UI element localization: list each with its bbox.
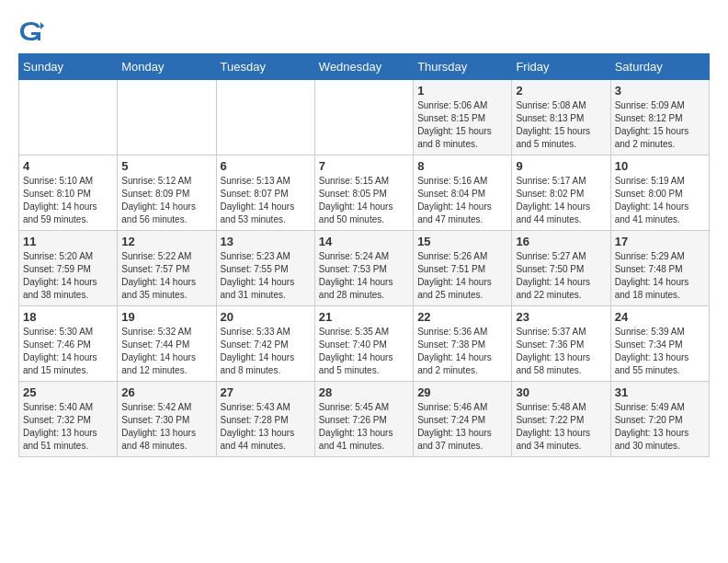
day-number: 26 [121,385,211,399]
calendar-cell: 19Sunrise: 5:32 AM Sunset: 7:44 PM Dayli… [118,306,216,382]
calendar-week-3: 11Sunrise: 5:20 AM Sunset: 7:59 PM Dayli… [19,231,710,306]
day-number: 23 [516,310,606,324]
logo-icon [18,18,44,44]
day-info: Sunrise: 5:45 AM Sunset: 7:26 PM Dayligh… [319,401,409,453]
day-info: Sunrise: 5:20 AM Sunset: 7:59 PM Dayligh… [23,250,113,302]
day-number: 16 [516,235,606,248]
svg-marker-0 [40,22,44,29]
day-info: Sunrise: 5:33 AM Sunset: 7:42 PM Dayligh… [221,326,311,377]
day-number: 6 [221,159,311,173]
calendar-cell: 25Sunrise: 5:40 AM Sunset: 7:32 PM Dayli… [19,382,118,457]
day-info: Sunrise: 5:19 AM Sunset: 8:00 PM Dayligh… [615,175,705,226]
day-number: 31 [615,385,705,399]
day-number: 30 [516,385,606,399]
day-info: Sunrise: 5:40 AM Sunset: 7:32 PM Dayligh… [23,401,113,453]
day-info: Sunrise: 5:10 AM Sunset: 8:10 PM Dayligh… [23,175,113,226]
day-info: Sunrise: 5:36 AM Sunset: 7:38 PM Dayligh… [417,326,507,377]
day-info: Sunrise: 5:12 AM Sunset: 8:09 PM Dayligh… [121,175,211,226]
day-number: 13 [221,235,311,248]
day-header-wednesday: Wednesday [314,54,413,80]
calendar-cell: 20Sunrise: 5:33 AM Sunset: 7:42 PM Dayli… [216,306,314,382]
calendar-cell: 9Sunrise: 5:17 AM Sunset: 8:02 PM Daylig… [512,155,610,231]
day-info: Sunrise: 5:35 AM Sunset: 7:40 PM Dayligh… [319,326,409,377]
calendar-cell: 26Sunrise: 5:42 AM Sunset: 7:30 PM Dayli… [118,382,216,457]
calendar-cell: 30Sunrise: 5:48 AM Sunset: 7:22 PM Dayli… [512,382,610,457]
calendar-cell: 23Sunrise: 5:37 AM Sunset: 7:36 PM Dayli… [512,306,610,382]
day-number: 1 [417,84,507,98]
day-number: 9 [516,159,606,173]
day-number: 4 [23,159,113,173]
calendar-week-2: 4Sunrise: 5:10 AM Sunset: 8:10 PM Daylig… [19,155,710,231]
day-number: 22 [417,310,507,324]
day-number: 25 [23,385,113,399]
calendar-cell: 17Sunrise: 5:29 AM Sunset: 7:48 PM Dayli… [610,231,709,306]
day-header-sunday: Sunday [19,54,118,80]
day-number: 10 [615,159,705,173]
calendar-cell: 10Sunrise: 5:19 AM Sunset: 8:00 PM Dayli… [610,155,709,231]
day-number: 17 [615,235,705,248]
day-info: Sunrise: 5:43 AM Sunset: 7:28 PM Dayligh… [221,401,311,453]
calendar-cell: 24Sunrise: 5:39 AM Sunset: 7:34 PM Dayli… [610,306,709,382]
day-info: Sunrise: 5:06 AM Sunset: 8:15 PM Dayligh… [417,99,507,151]
calendar-cell: 6Sunrise: 5:13 AM Sunset: 8:07 PM Daylig… [216,155,314,231]
calendar-cell: 5Sunrise: 5:12 AM Sunset: 8:09 PM Daylig… [118,155,216,231]
calendar-cell: 21Sunrise: 5:35 AM Sunset: 7:40 PM Dayli… [314,306,413,382]
calendar-cell: 18Sunrise: 5:30 AM Sunset: 7:46 PM Dayli… [19,306,118,382]
calendar-cell: 15Sunrise: 5:26 AM Sunset: 7:51 PM Dayli… [414,231,512,306]
day-number: 18 [23,310,113,324]
day-number: 19 [121,310,211,324]
day-info: Sunrise: 5:22 AM Sunset: 7:57 PM Dayligh… [121,250,211,302]
day-info: Sunrise: 5:29 AM Sunset: 7:48 PM Dayligh… [615,250,705,302]
day-info: Sunrise: 5:42 AM Sunset: 7:30 PM Dayligh… [121,401,211,453]
calendar-cell [19,80,118,155]
day-header-tuesday: Tuesday [216,54,314,80]
day-info: Sunrise: 5:24 AM Sunset: 7:53 PM Dayligh… [319,250,409,302]
day-info: Sunrise: 5:15 AM Sunset: 8:05 PM Dayligh… [319,175,409,226]
day-info: Sunrise: 5:23 AM Sunset: 7:55 PM Dayligh… [221,250,311,302]
calendar-cell [118,80,216,155]
calendar-week-1: 1Sunrise: 5:06 AM Sunset: 8:15 PM Daylig… [19,80,710,155]
day-number: 2 [516,84,606,98]
calendar-cell: 3Sunrise: 5:09 AM Sunset: 8:12 PM Daylig… [610,80,709,155]
day-info: Sunrise: 5:48 AM Sunset: 7:22 PM Dayligh… [516,401,606,453]
day-info: Sunrise: 5:09 AM Sunset: 8:12 PM Dayligh… [615,99,705,151]
day-info: Sunrise: 5:49 AM Sunset: 7:20 PM Dayligh… [615,401,705,453]
day-header-thursday: Thursday [414,54,512,80]
day-info: Sunrise: 5:39 AM Sunset: 7:34 PM Dayligh… [615,326,705,377]
day-info: Sunrise: 5:26 AM Sunset: 7:51 PM Dayligh… [417,250,507,302]
day-info: Sunrise: 5:16 AM Sunset: 8:04 PM Dayligh… [417,175,507,226]
calendar-cell: 16Sunrise: 5:27 AM Sunset: 7:50 PM Dayli… [512,231,610,306]
calendar-cell: 14Sunrise: 5:24 AM Sunset: 7:53 PM Dayli… [314,231,413,306]
day-info: Sunrise: 5:46 AM Sunset: 7:24 PM Dayligh… [417,401,507,453]
day-number: 12 [121,235,211,248]
calendar-cell [314,80,413,155]
day-info: Sunrise: 5:27 AM Sunset: 7:50 PM Dayligh… [516,250,606,302]
day-info: Sunrise: 5:13 AM Sunset: 8:07 PM Dayligh… [221,175,311,226]
day-info: Sunrise: 5:30 AM Sunset: 7:46 PM Dayligh… [23,326,113,377]
calendar-cell: 11Sunrise: 5:20 AM Sunset: 7:59 PM Dayli… [19,231,118,306]
day-info: Sunrise: 5:08 AM Sunset: 8:13 PM Dayligh… [516,99,606,151]
day-number: 20 [221,310,311,324]
calendar-cell: 13Sunrise: 5:23 AM Sunset: 7:55 PM Dayli… [216,231,314,306]
day-header-saturday: Saturday [610,54,709,80]
day-header-monday: Monday [118,54,216,80]
day-header-friday: Friday [512,54,610,80]
calendar-table: SundayMondayTuesdayWednesdayThursdayFrid… [18,53,710,457]
day-number: 24 [615,310,705,324]
day-number: 28 [319,385,409,399]
calendar-cell: 4Sunrise: 5:10 AM Sunset: 8:10 PM Daylig… [19,155,118,231]
day-info: Sunrise: 5:37 AM Sunset: 7:36 PM Dayligh… [516,326,606,377]
day-number: 11 [23,235,113,248]
day-number: 27 [221,385,311,399]
calendar-cell: 22Sunrise: 5:36 AM Sunset: 7:38 PM Dayli… [414,306,512,382]
page-header [18,18,710,44]
day-info: Sunrise: 5:17 AM Sunset: 8:02 PM Dayligh… [516,175,606,226]
calendar-cell: 1Sunrise: 5:06 AM Sunset: 8:15 PM Daylig… [414,80,512,155]
calendar-cell: 12Sunrise: 5:22 AM Sunset: 7:57 PM Dayli… [118,231,216,306]
calendar-cell: 31Sunrise: 5:49 AM Sunset: 7:20 PM Dayli… [610,382,709,457]
calendar-header-row: SundayMondayTuesdayWednesdayThursdayFrid… [19,54,710,80]
calendar-cell: 8Sunrise: 5:16 AM Sunset: 8:04 PM Daylig… [414,155,512,231]
day-number: 5 [121,159,211,173]
day-number: 14 [319,235,409,248]
calendar-cell [216,80,314,155]
